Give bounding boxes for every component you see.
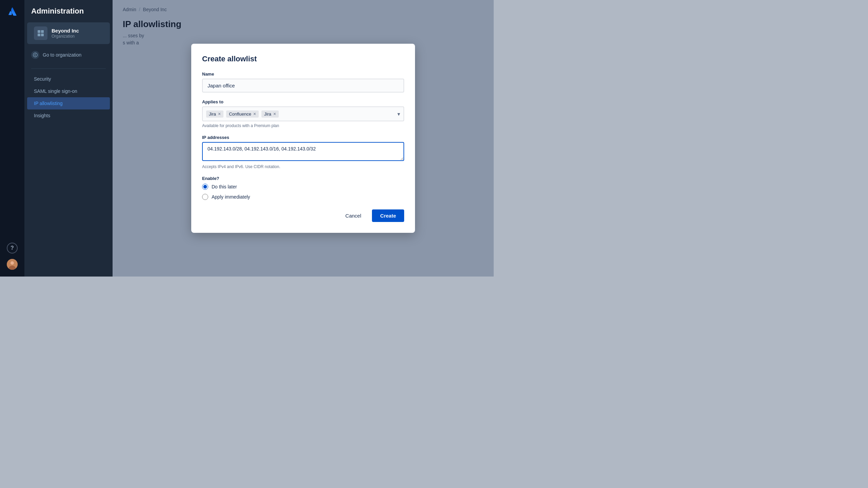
go-to-org-button[interactable]: Go to organization xyxy=(24,47,113,63)
radio-immediately-label: Apply immediately xyxy=(212,194,250,200)
radio-later-input[interactable] xyxy=(202,184,208,190)
sidebar-item-saml[interactable]: SAML single sign-on xyxy=(27,85,110,97)
create-button[interactable]: Create xyxy=(372,209,404,222)
ip-addresses-input[interactable]: 04.192.143.0/28, 04.192.143.0/16, 04.192… xyxy=(202,142,404,161)
radio-apply-immediately[interactable]: Apply immediately xyxy=(202,194,404,200)
sidebar-item-security[interactable]: Security xyxy=(27,73,110,85)
org-type: Organization xyxy=(52,34,79,39)
org-name: Beyond Inc xyxy=(52,28,79,34)
tag-jira1-remove[interactable]: × xyxy=(218,111,221,116)
org-icon xyxy=(34,26,47,40)
back-icon xyxy=(31,51,39,59)
applies-to-form-group: Applies to Jira × Confluence × Jira × ▾ xyxy=(202,99,404,128)
name-input[interactable] xyxy=(202,79,404,93)
org-card[interactable]: Beyond Inc Organization xyxy=(27,22,110,44)
modal-footer: Cancel Create xyxy=(202,209,404,222)
icon-sidebar: ? xyxy=(0,0,24,277)
modal-title: Create allowlist xyxy=(202,55,404,63)
tag-jira1: Jira × xyxy=(206,110,223,118)
modal-overlay: Create allowlist Name Applies to Jira × … xyxy=(113,0,494,277)
enable-label: Enable? xyxy=(202,176,404,181)
tag-confluence-remove[interactable]: × xyxy=(253,111,256,116)
nav-panel: Administration Beyond Inc Organization G… xyxy=(24,0,113,277)
tag-confluence: Confluence × xyxy=(226,110,259,118)
svg-rect-5 xyxy=(38,34,40,36)
main-content: Admin / Beyond Inc IP allowlisting ... s… xyxy=(113,0,494,277)
create-allowlist-modal: Create allowlist Name Applies to Jira × … xyxy=(191,44,415,233)
premium-hint: Available for products with a Premium pl… xyxy=(202,123,404,128)
svg-point-1 xyxy=(11,261,14,265)
radio-do-this-later[interactable]: Do this later xyxy=(202,184,404,190)
ip-hint: Accepts IPv4 and IPv6. Use CIDR notation… xyxy=(202,164,404,169)
radio-immediately-input[interactable] xyxy=(202,194,208,200)
atlassian-logo[interactable] xyxy=(6,5,18,18)
svg-rect-4 xyxy=(41,30,44,33)
ip-addresses-label: IP addresses xyxy=(202,135,404,140)
applies-to-dropdown[interactable]: Jira × Confluence × Jira × ▾ xyxy=(202,106,404,121)
enable-form-group: Enable? Do this later Apply immediately xyxy=(202,176,404,200)
ip-addresses-form-group: IP addresses 04.192.143.0/28, 04.192.143… xyxy=(202,135,404,169)
bottom-icons: ? xyxy=(7,243,18,270)
name-label: Name xyxy=(202,72,404,77)
svg-rect-3 xyxy=(38,30,40,33)
tag-jira2: Jira × xyxy=(261,110,279,118)
radio-group: Do this later Apply immediately xyxy=(202,184,404,200)
help-icon[interactable]: ? xyxy=(7,243,18,253)
cancel-button[interactable]: Cancel xyxy=(339,209,368,222)
dropdown-arrow-icon: ▾ xyxy=(397,111,400,117)
applies-to-label: Applies to xyxy=(202,99,404,104)
sidebar-item-insights[interactable]: Insights xyxy=(27,109,110,122)
svg-point-7 xyxy=(33,53,37,57)
admin-title: Administration xyxy=(24,7,113,22)
tag-jira2-remove[interactable]: × xyxy=(273,111,276,116)
svg-rect-6 xyxy=(41,34,44,36)
org-info: Beyond Inc Organization xyxy=(52,28,79,39)
sidebar-item-ip-allowlisting[interactable]: IP allowlisting xyxy=(27,97,110,109)
nav-divider xyxy=(31,68,106,69)
name-form-group: Name xyxy=(202,72,404,93)
avatar[interactable] xyxy=(7,259,18,270)
radio-later-label: Do this later xyxy=(212,184,237,189)
go-to-org-label: Go to organization xyxy=(43,52,81,58)
